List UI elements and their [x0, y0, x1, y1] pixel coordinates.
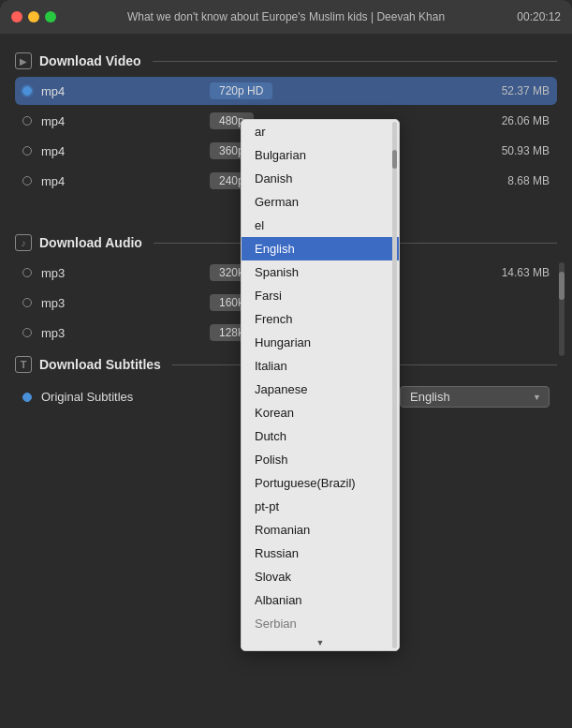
maximize-button[interactable]	[45, 11, 56, 22]
lang-el[interactable]: el	[242, 214, 399, 237]
radio-480p[interactable]	[22, 116, 32, 126]
dropdown-scroll-down-icon[interactable]: ▼	[242, 635, 399, 650]
format-type-360p: mp4	[41, 144, 97, 158]
lang-bulgarian[interactable]: Bulgarian	[242, 143, 399, 167]
lang-german[interactable]: German	[242, 190, 399, 214]
lang-japanese[interactable]: Japanese	[242, 378, 399, 401]
quality-badge-720p: 720p HD	[210, 82, 272, 99]
file-size-320: 14.63 MB	[502, 266, 550, 279]
lang-korean[interactable]: Korean	[242, 401, 399, 424]
format-type-128: mp3	[41, 326, 97, 340]
dropdown-scrollbar[interactable]	[392, 122, 397, 648]
lang-polish[interactable]: Polish	[242, 448, 399, 471]
file-size-360p: 50.93 MB	[502, 144, 550, 157]
file-size-240p: 8.68 MB	[507, 174, 550, 187]
traffic-lights	[11, 11, 56, 22]
lang-portuguese-brazil[interactable]: Portuguese(Brazil)	[242, 471, 399, 495]
window-title: What we don't know about Europe's Muslim…	[127, 10, 445, 23]
lang-danish[interactable]: Danish	[242, 167, 399, 190]
original-subtitles-label: Original Subtitles	[41, 390, 133, 404]
dropdown-scrollbar-thumb[interactable]	[392, 150, 397, 169]
radio-160[interactable]	[22, 298, 32, 307]
video-duration: 00:20:12	[517, 10, 561, 23]
subtitle-radio[interactable]	[22, 393, 32, 402]
language-dropdown-button[interactable]: English	[400, 386, 550, 408]
radio-360p[interactable]	[22, 146, 32, 156]
title-bar: What we don't know about Europe's Muslim…	[0, 0, 572, 34]
subtitles-section-title: Download Subtitles	[39, 357, 161, 372]
lang-french[interactable]: French	[242, 307, 399, 331]
format-type-240p: mp4	[41, 174, 97, 188]
lang-slovak[interactable]: Slovak	[242, 565, 399, 588]
radio-320[interactable]	[22, 268, 32, 277]
selected-language: English	[410, 390, 450, 404]
lang-english[interactable]: English	[242, 237, 399, 260]
file-size-720p: 52.37 MB	[502, 84, 550, 97]
audio-section-title: Download Audio	[39, 235, 142, 250]
main-content: ▶ Download Video mp4 720p HD 52.37 MB mp…	[0, 34, 572, 426]
radio-128[interactable]	[22, 328, 32, 337]
language-dropdown-container: English ar Bulgarian Danish German el En…	[400, 386, 550, 408]
lang-pt-pt[interactable]: pt-pt	[242, 495, 399, 518]
lang-russian[interactable]: Russian	[242, 542, 399, 565]
audio-icon: ♪	[15, 234, 32, 251]
lang-hungarian[interactable]: Hungarian	[242, 331, 399, 354]
lang-farsi[interactable]: Farsi	[242, 284, 399, 307]
lang-ar[interactable]: ar	[242, 120, 399, 143]
video-divider	[153, 61, 557, 62]
radio-240p[interactable]	[22, 176, 32, 186]
lang-dutch[interactable]: Dutch	[242, 424, 399, 448]
format-type-480p: mp4	[41, 114, 97, 128]
video-section-header: ▶ Download Video	[15, 52, 557, 69]
language-dropdown-list[interactable]: ar Bulgarian Danish German el English Sp…	[241, 119, 400, 651]
minimize-button[interactable]	[28, 11, 39, 22]
video-row-720p[interactable]: mp4 720p HD 52.37 MB	[15, 77, 557, 105]
lang-serbian[interactable]: Serbian	[242, 612, 399, 635]
file-size-480p: 26.06 MB	[502, 114, 550, 127]
lang-romanian[interactable]: Romanian	[242, 518, 399, 542]
radio-720p[interactable]	[22, 86, 32, 96]
close-button[interactable]	[11, 11, 22, 22]
lang-spanish[interactable]: Spanish	[242, 260, 399, 284]
video-section-title: Download Video	[39, 53, 141, 68]
video-icon: ▶	[15, 52, 32, 69]
format-type-320: mp3	[41, 266, 97, 280]
subtitle-row: Original Subtitles Language: English ar …	[15, 380, 557, 413]
subtitles-section: T Download Subtitles Original Subtitles …	[15, 356, 557, 413]
format-type-720p: mp4	[41, 84, 97, 98]
subtitles-icon: T	[15, 356, 32, 373]
lang-italian[interactable]: Italian	[242, 354, 399, 378]
lang-albanian[interactable]: Albanian	[242, 588, 399, 612]
format-type-160: mp3	[41, 296, 97, 310]
